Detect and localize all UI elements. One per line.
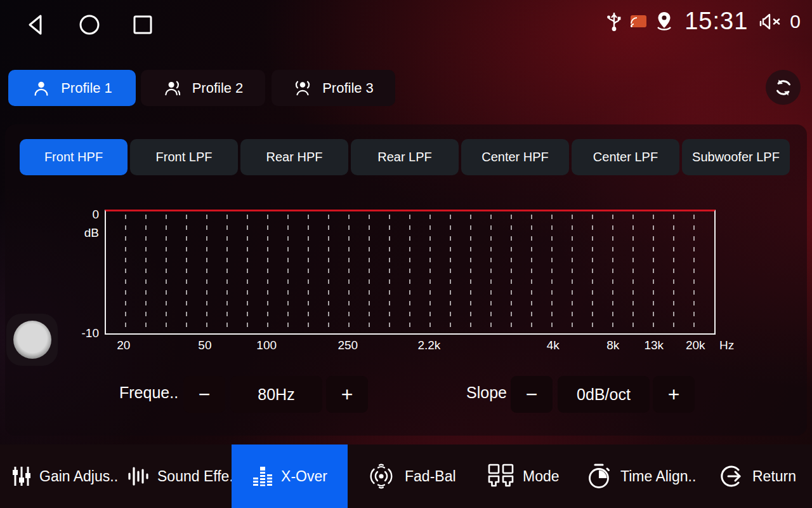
recents-icon (131, 13, 155, 37)
nav-label: Time Align.. (620, 468, 696, 485)
gridline (247, 215, 248, 331)
nav-label: Mode (523, 468, 560, 485)
slope-value: 0dB/oct (558, 376, 650, 413)
usb-icon (606, 11, 622, 32)
volume-value: 0 (790, 11, 801, 32)
nav-label: Sound Effe.. (157, 468, 237, 485)
x-axis-unit: Hz (719, 338, 734, 352)
home-icon (77, 13, 102, 37)
equalizer-icon (252, 465, 273, 487)
frequency-label: Freque.. (119, 384, 178, 402)
frequency-minus-button[interactable]: − (183, 376, 225, 413)
back-icon (24, 13, 48, 37)
gridline (693, 215, 695, 331)
gridline (206, 215, 207, 331)
slope-plus-button[interactable]: + (653, 376, 695, 413)
person-one-arc-icon (163, 79, 182, 98)
profile-2-label: Profile 2 (192, 80, 244, 97)
chart-x-ticks: 20501002502.2k4k8k13k20k (105, 338, 716, 355)
gridline (490, 215, 492, 331)
profile-1-label: Profile 1 (61, 80, 112, 97)
nav-label: Fad-Bal (405, 468, 456, 485)
gridline (287, 215, 289, 331)
gridline (145, 215, 147, 331)
gridline (429, 215, 431, 331)
nav-fad-bal[interactable]: Fad-Bal (360, 444, 461, 508)
tab-label: Center LPF (593, 150, 658, 164)
frequency-value: 80Hz (230, 376, 322, 413)
minus-icon: − (199, 383, 211, 406)
x-tick-label: 50 (198, 338, 211, 352)
y-tick-min: -10 (69, 326, 99, 340)
gridline (166, 215, 167, 331)
tab-label: Rear LPF (377, 150, 432, 164)
fader-balance-icon (365, 462, 397, 490)
volume-muted-icon (758, 11, 783, 32)
x-tick-label: 2.2k (417, 338, 440, 352)
tab-label: Front LPF (156, 150, 213, 164)
gridline (673, 215, 674, 331)
tab-front-hpf[interactable]: Front HPF (20, 139, 128, 175)
gridline (186, 215, 187, 331)
x-tick-label: 20 (117, 338, 130, 352)
status-indicators: 15:31 0 (606, 8, 801, 35)
sync-icon (773, 77, 794, 98)
gridline (572, 215, 573, 331)
tab-center-lpf[interactable]: Center LPF (572, 139, 679, 175)
plus-icon: + (341, 383, 353, 406)
gridline (328, 215, 329, 331)
nav-xover[interactable]: X-Over (232, 444, 348, 508)
tab-label: Subwoofer LPF (692, 150, 780, 164)
gridline (226, 215, 228, 331)
mode-grid-icon (487, 463, 515, 490)
gridline (592, 215, 593, 331)
x-tick-label: 13k (644, 338, 664, 352)
gridline (308, 215, 309, 331)
nav-return[interactable]: Return (713, 444, 801, 508)
x-tick-label: 100 (256, 338, 277, 352)
bottom-nav-bar: Gain Adjus.. Sound Effe.. X-Over (0, 444, 812, 508)
frequency-plus-button[interactable]: + (326, 376, 368, 413)
gridline (653, 215, 654, 331)
tab-label: Rear HPF (266, 150, 323, 164)
gridline (348, 215, 350, 331)
gridline (409, 215, 410, 331)
slope-label: Slope (466, 384, 507, 402)
slope-minus-button[interactable]: − (511, 376, 553, 413)
tab-rear-hpf[interactable]: Rear HPF (240, 139, 348, 175)
x-tick-label: 250 (337, 338, 358, 352)
location-icon (654, 11, 674, 32)
nav-time-align[interactable]: Time Align.. (581, 444, 701, 508)
back-button[interactable] (24, 13, 48, 37)
x-tick-label: 20k (686, 338, 705, 352)
y-tick-max: 0 (69, 208, 99, 222)
gridline (369, 215, 370, 331)
nav-gain-adjust[interactable]: Gain Adjus.. (6, 444, 123, 508)
y-axis-unit: dB (69, 226, 99, 240)
home-button[interactable] (77, 13, 102, 37)
nav-label: Gain Adjus.. (39, 468, 118, 485)
nav-sound-effect[interactable]: Sound Effe.. (122, 444, 242, 508)
profile-1-tab[interactable]: Profile 1 (8, 70, 136, 106)
gridline (470, 215, 471, 331)
gridline (267, 215, 268, 331)
return-arrow-icon (718, 463, 745, 490)
tab-center-hpf[interactable]: Center HPF (461, 139, 569, 175)
tab-front-lpf[interactable]: Front LPF (130, 139, 238, 175)
profile-3-tab[interactable]: Profile 3 (272, 70, 395, 106)
knob-icon (13, 321, 51, 359)
profile-2-tab[interactable]: Profile 2 (141, 70, 265, 106)
floating-knob-button[interactable] (6, 314, 58, 366)
x-tick-label: 4k (547, 338, 560, 352)
nav-mode[interactable]: Mode (482, 444, 565, 508)
sync-button[interactable] (766, 70, 801, 105)
person-two-arcs-icon (293, 79, 312, 98)
gridline (389, 215, 390, 331)
gridline (612, 215, 613, 331)
recents-button[interactable] (131, 13, 155, 37)
sound-effect-icon (127, 465, 150, 487)
tab-rear-lpf[interactable]: Rear LPF (351, 139, 459, 175)
gridline (511, 215, 512, 331)
gridline (531, 215, 532, 331)
tab-subwoofer-lpf[interactable]: Subwoofer LPF (682, 139, 790, 175)
